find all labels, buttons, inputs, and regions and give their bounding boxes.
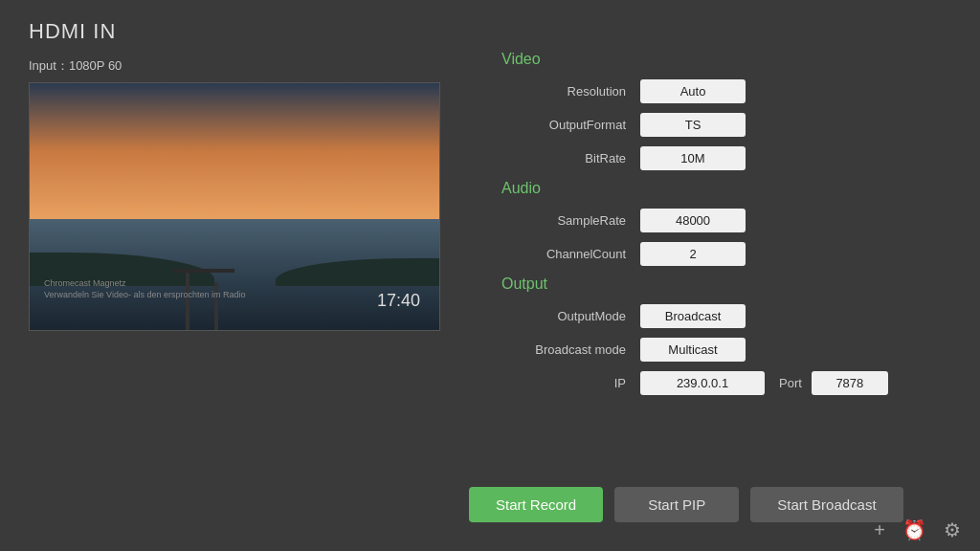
ip-label: IP [501,376,626,390]
watermark-line1: Chromecast Magnetz [44,277,245,290]
video-section-title: Video [501,51,961,68]
broadcast-mode-label: Broadcast mode [501,342,626,357]
sample-rate-row: SampleRate 48000 [501,209,961,232]
resolution-input[interactable]: Auto [640,79,746,103]
preview-time: 17:40 [377,291,420,311]
channel-count-label: ChannelCount [501,247,626,261]
sample-rate-input[interactable]: 48000 [640,209,746,232]
add-icon[interactable]: + [874,519,885,541]
resolution-label: Resolution [501,84,626,99]
dock-horizontal [173,269,234,273]
channel-count-input[interactable]: 2 [640,242,746,266]
port-input[interactable]: 7878 [812,371,888,395]
start-pip-button[interactable]: Start PIP [614,487,739,522]
audio-section-title: Audio [501,180,961,197]
channel-count-row: ChannelCount 2 [501,242,961,266]
buttons-row: Start Record Start PIP Start Broadcast [469,487,903,522]
broadcast-mode-row: Broadcast mode Multicast [501,338,961,362]
output-mode-label: OutputMode [501,309,626,323]
start-broadcast-button[interactable]: Start Broadcast [750,487,902,522]
start-record-button[interactable]: Start Record [469,487,603,522]
output-mode-row: OutputMode Broadcast [501,304,961,328]
bitrate-label: BitRate [501,151,626,165]
app-title: HDMI IN [29,19,116,44]
preview-water [30,219,439,330]
preview-sky [30,83,439,219]
bitrate-input[interactable]: 10M [640,146,746,170]
ip-row: IP 239.0.0.1 Port 7878 [501,371,961,395]
bitrate-row: BitRate 10M [501,146,961,170]
bottom-icons: + ⏰ ⚙ [874,518,961,541]
preview-watermark: Chromecast Magnetz Verwandeln Sie Video-… [44,277,245,301]
left-panel: Input：1080P 60 17:40 Chromecast Magnetz … [29,57,459,331]
hill-right [276,258,439,286]
watermark-line2: Verwandeln Sie Video- als den ersprochte… [44,289,245,301]
ip-input[interactable]: 239.0.0.1 [640,371,765,395]
output-section-title: Output [501,276,961,293]
output-format-row: OutputFormat TS [501,113,961,137]
gear-icon[interactable]: ⚙ [944,518,961,541]
right-panel: Video Resolution Auto OutputFormat TS Bi… [501,43,961,405]
clock-icon[interactable]: ⏰ [902,518,926,541]
input-label: Input：1080P 60 [29,57,459,75]
sample-rate-label: SampleRate [501,213,626,228]
broadcast-mode-input[interactable]: Multicast [640,338,746,362]
output-format-label: OutputFormat [501,118,626,132]
output-format-input[interactable]: TS [640,113,746,137]
output-mode-input[interactable]: Broadcast [640,304,746,328]
resolution-row: Resolution Auto [501,79,961,103]
port-label: Port [779,376,802,390]
preview-container: 17:40 Chromecast Magnetz Verwandeln Sie … [29,82,440,331]
